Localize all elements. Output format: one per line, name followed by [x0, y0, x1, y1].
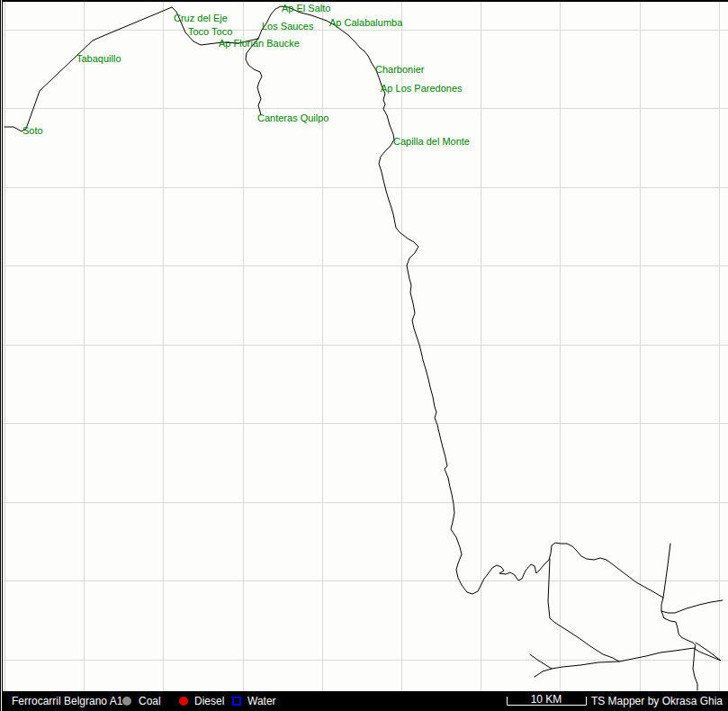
railway-line	[535, 648, 695, 677]
station-label: Ap El Salto	[282, 3, 330, 14]
map-canvas[interactable]: Cruz del EjeAp El SaltoToco TocoLos Sauc…	[0, 0, 728, 691]
diesel-icon	[179, 697, 188, 706]
scale-label: 10 KM	[531, 693, 562, 706]
scale-bar: 10 KM	[502, 691, 592, 711]
ts-mapper-window: Cruz del EjeAp El SaltoToco TocoLos Sauc…	[0, 0, 728, 711]
credit-text: TS Mapper by Okrasa Ghia	[591, 691, 723, 711]
water-icon	[232, 697, 241, 706]
railway-line	[548, 559, 619, 662]
grid-layer	[0, 0, 728, 691]
railway-line	[695, 643, 721, 661]
station-label: Ap Calabalumba	[329, 17, 403, 28]
station-label: Tabaquillo	[76, 53, 121, 64]
station-label: Cruz del Eje	[174, 13, 228, 23]
station-label: Ap Los Paredones	[381, 83, 463, 94]
station-label: Soto	[22, 125, 43, 136]
railway-line	[246, 39, 262, 115]
legend-diesel-label: Diesel	[194, 691, 224, 711]
railway-line	[693, 649, 697, 690]
legend-coal-label: Coal	[139, 691, 161, 711]
route-name: Ferrocarril Belgrano A1	[12, 691, 122, 711]
railway-line	[661, 600, 723, 613]
station-labels-layer: Cruz del EjeAp El SaltoToco TocoLos Sauc…	[22, 3, 470, 147]
legend-water-label: Water	[247, 691, 276, 711]
coal-icon	[122, 697, 131, 706]
railway-line	[530, 654, 552, 669]
station-label: Toco Toco	[188, 26, 232, 37]
station-label: Charbonier	[375, 64, 425, 75]
railway-line	[661, 544, 696, 649]
station-label: Los Sauces	[262, 21, 314, 32]
railway-line	[258, 6, 488, 594]
status-bar: Ferrocarril Belgrano A1 Coal Diesel Wate…	[0, 691, 728, 711]
station-label: Capilla del Monte	[393, 136, 470, 147]
station-label: Canteras Quilpo	[257, 112, 329, 123]
railway-map: Cruz del EjeAp El SaltoToco TocoLos Sauc…	[0, 0, 728, 691]
railway-line	[488, 543, 663, 598]
station-label: Ap Florian Baucke	[219, 38, 300, 49]
